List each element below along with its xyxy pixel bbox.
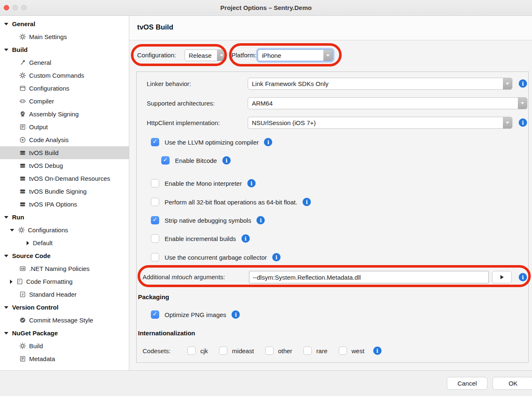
- sidebar-item--net-naming-policies[interactable]: AB.NET Naming Policies: [0, 262, 129, 275]
- sidebar-item-general[interactable]: General: [0, 56, 129, 69]
- sidebar-item-source-code[interactable]: Source Code: [0, 249, 129, 262]
- checkbox-row: Strip native debugging symbolsi: [151, 216, 265, 225]
- sidebar-item-tvos-bundle-signing[interactable]: tvOS Bundle Signing: [0, 185, 129, 198]
- page-title: tvOS Build: [137, 23, 173, 32]
- info-icon[interactable]: i: [222, 156, 231, 165]
- checkbox[interactable]: [151, 216, 159, 224]
- dropdown-value: NSUrlSession (iOS 7+): [248, 119, 503, 126]
- sidebar-item-label: Metadata: [29, 355, 55, 362]
- sidebar-item-standard-header[interactable]: #Standard Header: [0, 288, 129, 301]
- checkbox[interactable]: [151, 234, 159, 243]
- codesets-label: Codesets:: [143, 347, 187, 354]
- chevron-down-icon[interactable]: [4, 23, 8, 25]
- checkbox[interactable]: [151, 179, 159, 187]
- chevron-down-icon[interactable]: [518, 98, 527, 109]
- checkbox-row: Use the LLVM optimizing compileri: [151, 138, 272, 147]
- chevron-down-icon[interactable]: [4, 49, 8, 51]
- gear-icon: [18, 226, 25, 234]
- sidebar-item-label: Main Settings: [29, 33, 67, 40]
- sidebar-item-metadata[interactable]: Metadata: [0, 352, 129, 365]
- checkbox[interactable]: [265, 347, 273, 355]
- checkbox-label: Enable incremental builds: [165, 235, 236, 242]
- chevron-down-icon[interactable]: [10, 229, 14, 231]
- setting-dropdown[interactable]: NSUrlSession (iOS 7+): [248, 117, 512, 129]
- configuration-dropdown[interactable]: Release: [185, 49, 227, 61]
- sidebar-item-default[interactable]: Default: [0, 236, 129, 249]
- chevron-down-icon[interactable]: [323, 50, 332, 61]
- sidebar-item-label: Output: [29, 123, 48, 130]
- play-icon[interactable]: [492, 271, 512, 283]
- sidebar-item-assembly-signing[interactable]: Assembly Signing: [0, 108, 129, 121]
- checkbox[interactable]: [339, 347, 347, 355]
- checkbox[interactable]: [219, 347, 227, 355]
- ok-button[interactable]: OK: [493, 377, 532, 390]
- info-icon[interactable]: i: [272, 253, 281, 261]
- sidebar-item-custom-commands[interactable]: Custom Commands: [0, 69, 129, 82]
- checkbox[interactable]: [151, 253, 159, 261]
- tv-icon: [19, 162, 26, 169]
- checkbox[interactable]: [161, 156, 170, 165]
- info-icon[interactable]: i: [303, 198, 311, 206]
- sidebar-item-tvos-debug[interactable]: tvOS Debug: [0, 159, 129, 172]
- sidebar-item-tvos-on-demand-resources[interactable]: tvOS On-Demand Resources: [0, 172, 129, 185]
- mtouch-arguments-input[interactable]: [249, 271, 489, 283]
- sidebar-item-label: .NET Naming Policies: [29, 265, 90, 272]
- sidebar-item-label: Code Formatting: [26, 278, 73, 285]
- sidebar-item-configurations[interactable]: Configurations: [0, 82, 129, 95]
- checkbox[interactable]: [151, 138, 159, 146]
- chevron-down-icon[interactable]: [217, 50, 226, 61]
- gear-icon: [19, 342, 26, 349]
- ab-icon: AB: [19, 265, 26, 272]
- sidebar-item-commit-message-style[interactable]: Commit Message Style: [0, 314, 129, 327]
- sidebar-item-tvos-ipa-options[interactable]: tvOS IPA Options: [0, 198, 129, 211]
- chevron-down-icon[interactable]: [4, 306, 8, 309]
- info-icon[interactable]: i: [256, 216, 265, 224]
- checkbox[interactable]: [303, 347, 312, 355]
- sidebar-item-label: tvOS IPA Options: [29, 201, 77, 208]
- project-options-window: Project Options – Sentry.Demo GeneralMai…: [0, 0, 532, 396]
- info-icon[interactable]: i: [519, 118, 527, 127]
- chevron-down-icon[interactable]: [503, 78, 512, 89]
- sidebar-item-main-settings[interactable]: Main Settings: [0, 30, 129, 43]
- info-icon[interactable]: i: [373, 347, 382, 355]
- sidebar-item-configurations[interactable]: Configurations: [0, 224, 129, 236]
- checkbox-label: cjk: [200, 347, 208, 354]
- sidebar-item-code-analysis[interactable]: Code Analysis: [0, 133, 129, 146]
- codeset-option: mideast: [219, 347, 254, 355]
- chevron-down-icon[interactable]: [4, 216, 8, 219]
- dropdown-value: Link Framework SDKs Only: [248, 80, 503, 87]
- cancel-button[interactable]: Cancel: [447, 377, 488, 390]
- sidebar-item-compiler[interactable]: Compiler: [0, 95, 129, 108]
- checkbox[interactable]: [187, 347, 196, 355]
- info-icon[interactable]: i: [241, 234, 250, 243]
- info-icon[interactable]: i: [232, 310, 240, 319]
- chevron-right-icon[interactable]: [27, 241, 29, 245]
- sidebar-item-run[interactable]: Run: [0, 211, 129, 224]
- sidebar-item-code-formatting[interactable]: Code Formatting: [0, 275, 129, 288]
- setting-dropdown[interactable]: ARM64: [248, 97, 527, 109]
- chevron-down-icon[interactable]: [4, 255, 8, 257]
- sidebar-item-version-control[interactable]: Version Control: [0, 301, 129, 314]
- sidebar-item-tvos-build[interactable]: tvOS Build: [0, 146, 129, 159]
- sidebar-item-build[interactable]: Build: [0, 43, 129, 56]
- sidebar-item-label: Commit Message Style: [29, 317, 93, 324]
- info-icon[interactable]: i: [519, 273, 527, 281]
- chevron-down-icon[interactable]: [503, 117, 512, 128]
- chevron-right-icon[interactable]: [10, 280, 12, 284]
- info-icon[interactable]: i: [247, 179, 256, 187]
- sidebar-item-label: tvOS Build: [29, 149, 59, 156]
- platform-dropdown[interactable]: iPhone: [258, 49, 333, 61]
- info-icon[interactable]: i: [519, 79, 527, 88]
- sidebar-item-output[interactable]: Output: [0, 121, 129, 133]
- optimize-png-checkbox[interactable]: [151, 310, 159, 319]
- checkbox-row: Use the concurrent garbage collectori: [151, 253, 281, 262]
- chevron-down-icon[interactable]: [4, 332, 8, 335]
- sidebar-item-build[interactable]: Build: [0, 339, 129, 352]
- setting-dropdown[interactable]: Link Framework SDKs Only: [248, 78, 512, 90]
- sidebar-item-nuget-package[interactable]: NuGet Package: [0, 327, 129, 339]
- checkbox[interactable]: [151, 198, 159, 206]
- info-icon[interactable]: i: [264, 138, 272, 146]
- checkbox-row: Perform all 32-bit float operations as 6…: [151, 197, 311, 207]
- checkbox-label: Strip native debugging symbols: [165, 217, 251, 224]
- sidebar-item-general[interactable]: General: [0, 17, 129, 30]
